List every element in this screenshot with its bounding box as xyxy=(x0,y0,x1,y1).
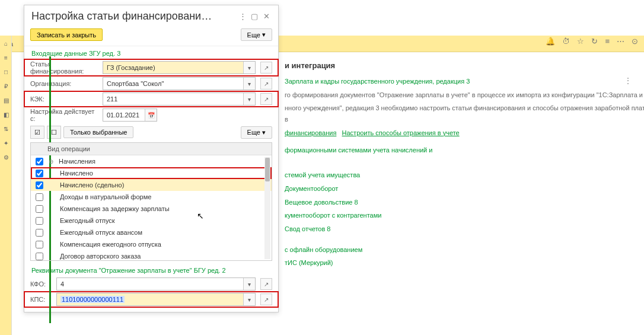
bg-link-reflection[interactable]: Настроить способы отражения в учете xyxy=(342,129,460,136)
row-label: Компенсация ежегодного отпуска xyxy=(47,241,268,248)
table-row[interactable]: Ежегодный отпуск авансом xyxy=(31,226,272,238)
section-requisites: Реквизиты документа "Отражение зарплаты … xyxy=(24,262,278,276)
bg-section-header: и интеграция xyxy=(285,59,644,72)
page-menu-icon[interactable]: ⋮ xyxy=(624,76,632,85)
save-close-button[interactable]: Записать и закрыть xyxy=(30,28,103,41)
open-ref-icon[interactable]: ↗ xyxy=(260,78,272,90)
row-label: Компенсация за задержку зарплаты xyxy=(47,205,268,212)
dropdown-icon[interactable]: ▾ xyxy=(243,62,255,74)
collapse-icon[interactable]: ⊖ xyxy=(47,158,55,165)
only-selected-button[interactable]: Только выбранные xyxy=(63,126,133,138)
sidebar-icon[interactable]: ▤ xyxy=(1,97,11,107)
table-row[interactable]: Компенсация ежегодного отпуска xyxy=(31,238,272,250)
row-checkbox[interactable] xyxy=(36,170,43,177)
table-row[interactable]: Начислено xyxy=(31,167,272,179)
field-fin-article: Статья финансирования: ГЗ (Госзадание) ▾… xyxy=(24,59,278,76)
row-checkbox[interactable] xyxy=(36,193,43,201)
row-checkbox[interactable] xyxy=(36,241,43,248)
sidebar-icon[interactable]: ◧ xyxy=(1,111,11,121)
calendar-icon[interactable]: 📅 xyxy=(145,109,157,121)
row-checkbox[interactable] xyxy=(36,229,43,237)
kps-input[interactable]: 11010000000000111 ▾ xyxy=(56,293,256,306)
table-more-button[interactable]: Еще ▾ xyxy=(241,126,272,139)
open-ref-icon[interactable]: ↗ xyxy=(260,93,272,105)
chevron-down-icon: ▾ xyxy=(262,129,266,136)
kfo-input[interactable]: 4 ▾ xyxy=(56,277,256,291)
dropdown-icon[interactable]: ▾ xyxy=(243,93,255,105)
refresh-icon[interactable]: ↻ xyxy=(591,37,598,46)
table-row[interactable]: ⊖Начисления xyxy=(31,155,272,167)
star-icon[interactable]: ☆ xyxy=(577,37,584,46)
row-checkbox[interactable] xyxy=(36,253,43,260)
field-kfo: КФО: 4 ▾ ↗ xyxy=(24,276,278,292)
dialog-close-icon[interactable]: ✕ xyxy=(260,12,272,21)
field-org: Организация: Спортбаза "Сокол" ▾ ↗ xyxy=(24,76,278,91)
bg-link[interactable]: Зарплата и кадры государственного учрежд… xyxy=(285,76,644,87)
kek-input[interactable]: 211 ▾ xyxy=(103,92,256,106)
history-icon[interactable]: ⏱ xyxy=(562,37,570,46)
dialog-maximize-icon[interactable]: ▢ xyxy=(248,12,260,21)
date-input[interactable]: 01.01.2021 📅 xyxy=(103,109,157,122)
sidebar-icon[interactable]: ⚙ xyxy=(1,154,11,164)
more-icon[interactable]: ⋯ xyxy=(617,37,624,46)
kek-label: КЭК: xyxy=(30,95,100,103)
org-label: Организация: xyxy=(30,80,100,87)
table-row[interactable]: Договор авторского заказа xyxy=(31,250,272,261)
table-toolbar: ☑ ☐ Только выбранные Еще ▾ xyxy=(24,123,278,141)
fin-article-input[interactable]: ГЗ (Госзадание) ▾ xyxy=(103,61,256,74)
dialog-toolbar: Записать и закрыть Еще ▾ xyxy=(24,26,278,46)
sidebar-icon[interactable]: ≡ xyxy=(1,55,11,64)
bg-link-financing[interactable]: финансирования xyxy=(285,129,336,136)
sidebar-icon[interactable]: ₽ xyxy=(1,83,11,92)
org-input[interactable]: Спортбаза "Сокол" ▾ xyxy=(103,77,256,90)
bg-link[interactable]: с офлайн оборудованием xyxy=(285,244,644,256)
table-header: Вид операции xyxy=(31,143,272,155)
bg-link[interactable]: кументооборот с контрагентами xyxy=(285,210,644,221)
operation-table: Вид операции ⊖НачисленияНачисленоНачисле… xyxy=(30,142,272,261)
circle-icon[interactable]: ⊙ xyxy=(632,37,638,46)
sidebar-icon[interactable]: ✦ xyxy=(1,140,11,149)
bg-link[interactable]: Документооборот xyxy=(285,183,644,194)
open-ref-icon[interactable]: ↗ xyxy=(260,278,272,290)
bg-link[interactable]: Вещевое довольствие 8 xyxy=(285,197,644,208)
row-checkbox[interactable] xyxy=(36,158,43,165)
dialog-menu-icon[interactable]: ⋮ xyxy=(237,12,248,21)
table-row[interactable]: Начислено (сдельно) xyxy=(31,179,272,191)
field-kek: КЭК: 211 ▾ ↗ xyxy=(24,91,278,107)
open-ref-icon[interactable]: ↗ xyxy=(260,293,272,305)
row-label: Договор авторского заказа xyxy=(47,253,268,260)
row-checkbox[interactable] xyxy=(36,217,43,225)
bg-link[interactable]: формационными системами учета начислений… xyxy=(285,145,644,156)
sidebar-icon[interactable]: ⇅ xyxy=(1,126,11,135)
bg-text: нного учреждения", редакция 3 необходимо… xyxy=(285,103,644,125)
finance-article-dialog: Настройка статьи финансировани… ⋮ ▢ ✕ За… xyxy=(24,5,279,312)
menu-icon[interactable]: ≡ xyxy=(605,37,610,46)
bell-icon[interactable]: 🔔 xyxy=(546,37,555,46)
field-date: Настройка действует с: 01.01.2021 📅 xyxy=(24,107,278,123)
dropdown-icon[interactable]: ▾ xyxy=(243,78,255,90)
more-button[interactable]: Еще ▾ xyxy=(241,28,272,41)
sidebar-icon[interactable]: □ xyxy=(1,69,11,78)
check-all-icon[interactable]: ☑ xyxy=(30,126,44,139)
row-label: Доходы в натуральной форме xyxy=(47,193,268,200)
dropdown-icon[interactable]: ▾ xyxy=(243,278,255,290)
scrollbar[interactable] xyxy=(264,157,270,259)
open-ref-icon[interactable]: ↗ xyxy=(260,62,272,74)
sidebar-icon[interactable]: ⌂ xyxy=(1,40,11,50)
date-label: Настройка действует с: xyxy=(30,108,100,122)
row-checkbox[interactable] xyxy=(36,205,43,213)
table-row[interactable]: Ежегодный отпуск xyxy=(31,215,272,226)
table-row[interactable]: Компенсация за задержку зарплаты xyxy=(31,203,272,215)
bg-text: го формирования документов "Отражение за… xyxy=(285,90,644,101)
bg-link[interactable]: стемой учета имущества xyxy=(285,170,644,181)
row-label: Начислено (сдельно) xyxy=(47,181,268,189)
table-row[interactable]: Доходы в натуральной форме xyxy=(31,191,272,203)
section-incoming: Входящие данные ЗГУ ред. 3 xyxy=(24,46,278,59)
bg-link[interactable]: Свод отчетов 8 xyxy=(285,224,644,235)
row-checkbox[interactable] xyxy=(36,181,43,189)
row-label: Начислено xyxy=(47,170,268,177)
bg-link[interactable]: тИС (Меркурий) xyxy=(285,257,644,269)
row-label: Ежегодный отпуск xyxy=(47,217,268,224)
dropdown-icon[interactable]: ▾ xyxy=(243,293,255,305)
dialog-titlebar: Настройка статьи финансировани… ⋮ ▢ ✕ xyxy=(24,5,278,26)
